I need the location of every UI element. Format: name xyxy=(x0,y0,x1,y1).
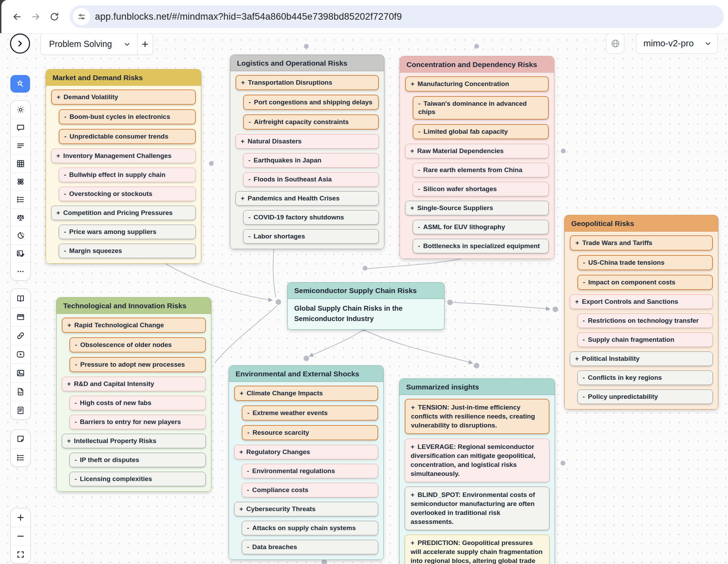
collapse-icon[interactable]: - xyxy=(248,214,250,221)
expand-icon[interactable]: + xyxy=(411,443,414,450)
collapse-icon[interactable]: - xyxy=(418,128,420,135)
mindmap-item[interactable]: +Natural Disasters xyxy=(236,134,379,149)
expand-icon[interactable]: + xyxy=(239,505,243,513)
collapse-icon[interactable]: - xyxy=(247,467,249,474)
expand-icon[interactable]: + xyxy=(411,80,414,87)
mindmap-subitem[interactable]: -Compliance costs xyxy=(242,483,378,497)
clapperboard-icon[interactable] xyxy=(11,308,30,326)
model-select[interactable]: mimo-v2-pro xyxy=(636,33,718,54)
expand-panel-button[interactable] xyxy=(10,34,30,54)
expand-icon[interactable]: + xyxy=(56,209,60,216)
mindmap-subitem[interactable]: -Floods in Southeast Asia xyxy=(243,172,379,187)
mindmap-canvas[interactable]: Problem Solving + mimo-v2-pro PDF Semico… xyxy=(0,33,728,564)
atom-icon[interactable] xyxy=(11,172,30,190)
collapse-icon[interactable]: - xyxy=(75,418,77,425)
mindmap-node-geopolitical[interactable]: Geopolitical Risks +Trade Wars and Tarif… xyxy=(564,215,718,410)
collapse-icon[interactable]: - xyxy=(64,113,66,120)
mindmap-subitem[interactable]: -Pressure to adopt new processes xyxy=(69,357,206,372)
mindmap-node-insights[interactable]: Summarized insights +TENSION: Just-in-ti… xyxy=(399,378,555,564)
collapse-icon[interactable]: - xyxy=(64,171,66,178)
mindmap-subitem[interactable]: -Extreme weather events xyxy=(242,405,378,421)
collapse-icon[interactable]: - xyxy=(249,118,251,125)
collapse-icon[interactable]: - xyxy=(583,317,585,324)
mindmap-subitem[interactable]: -Resource scarcity xyxy=(242,425,378,440)
expand-icon[interactable]: + xyxy=(575,355,579,362)
collapse-icon[interactable]: - xyxy=(418,100,420,107)
ellipsis-icon[interactable] xyxy=(11,262,30,280)
collapse-icon[interactable]: - xyxy=(75,456,77,463)
mindmap-subitem[interactable]: -Policy unpredictability xyxy=(577,389,713,404)
mindmap-item[interactable]: +R&D and Capital Intensity xyxy=(62,377,206,391)
align-lines-icon[interactable] xyxy=(11,137,30,154)
collapse-icon[interactable]: - xyxy=(248,233,250,240)
mindmap-item[interactable]: +PREDICTION: Geopolitical pressures will… xyxy=(405,535,549,564)
mindmap-subitem[interactable]: -Rare earth elements from China xyxy=(413,163,549,177)
collapse-icon[interactable]: - xyxy=(247,543,249,551)
video-play-icon[interactable] xyxy=(11,345,30,364)
mindmap-item[interactable]: +Single-Source Suppliers xyxy=(405,201,549,215)
mindmap-item[interactable]: +Climate Change Impacts xyxy=(234,386,378,401)
mindmap-subitem[interactable]: -Impact on component costs xyxy=(577,275,713,290)
collapse-icon[interactable]: - xyxy=(64,190,66,197)
link-icon[interactable] xyxy=(11,326,30,345)
expand-icon[interactable]: + xyxy=(575,298,579,305)
mindmap-item[interactable]: +Export Controls and Sanctions xyxy=(570,294,713,309)
document-icon[interactable] xyxy=(11,401,30,420)
mindmap-item[interactable]: +Trade Wars and Tariffs xyxy=(570,235,713,251)
mindmap-item[interactable]: +Pandemics and Health Crises xyxy=(236,191,379,206)
expand-icon[interactable]: + xyxy=(411,404,415,411)
mindmap-subitem[interactable]: -Attacks on supply chain systems xyxy=(242,521,378,535)
mindmap-subitem[interactable]: -Silicon wafer shortages xyxy=(413,182,549,196)
mindmap-item[interactable]: +Demand Volatility xyxy=(51,90,196,105)
mindmap-subitem[interactable]: -COVID-19 factory shutdowns xyxy=(243,210,379,225)
mindmap-node-technological[interactable]: Technological and Innovation Risks +Rapi… xyxy=(56,297,211,492)
language-button[interactable] xyxy=(606,33,624,54)
collapse-icon[interactable]: - xyxy=(418,223,420,231)
collapse-icon[interactable]: - xyxy=(75,341,77,348)
mindmap-subitem[interactable]: -Limited global fab capacity xyxy=(413,124,549,139)
scale-icon[interactable] xyxy=(11,208,30,226)
mindmap-subitem[interactable]: -Boom-bust cycles in electronics xyxy=(59,109,196,124)
expand-icon[interactable]: + xyxy=(411,491,414,498)
collapse-icon[interactable]: - xyxy=(75,475,77,482)
sticky-note-icon[interactable] xyxy=(11,430,30,448)
collapse-icon[interactable]: - xyxy=(583,393,585,400)
mindmap-node-market[interactable]: Market and Demand Risks +Demand Volatili… xyxy=(46,69,201,264)
mindmap-subitem[interactable]: -IP theft or disputes xyxy=(69,453,206,467)
pdf-file-icon[interactable]: PDF xyxy=(11,382,30,401)
mindmap-subitem[interactable]: -Barriers to entry for new players xyxy=(69,415,206,429)
moon-stars-icon[interactable] xyxy=(11,226,30,244)
expand-icon[interactable]: + xyxy=(410,147,414,154)
refresh-icon[interactable] xyxy=(48,11,60,22)
collapse-icon[interactable]: - xyxy=(583,336,585,343)
mindmap-subitem[interactable]: -Taiwan's dominance in advanced chips xyxy=(413,96,549,120)
collapse-icon[interactable]: - xyxy=(249,98,251,106)
collapse-icon[interactable]: - xyxy=(418,166,420,173)
collapse-icon[interactable]: - xyxy=(583,259,585,266)
expand-icon[interactable]: + xyxy=(240,389,243,397)
expand-icon[interactable]: + xyxy=(56,152,60,159)
mindmap-item[interactable]: +Cybersecurity Threats xyxy=(234,502,378,516)
mindmap-item[interactable]: +BLIND_SPOT: Environmental costs of semi… xyxy=(405,487,549,530)
collapse-icon[interactable]: - xyxy=(583,279,585,286)
mindmap-item[interactable]: +Rapid Technological Change xyxy=(62,318,206,333)
board-select[interactable]: Problem Solving xyxy=(41,34,137,55)
grid-icon[interactable] xyxy=(11,154,30,172)
mindmap-subitem[interactable]: -Conflicts in key regions xyxy=(577,370,713,385)
sun-icon[interactable] xyxy=(11,101,30,119)
mindmap-subitem[interactable]: -Airfreight capacity constraints xyxy=(243,114,379,130)
collapse-icon[interactable]: - xyxy=(418,185,420,192)
mindmap-node-concentration[interactable]: Concentration and Dependency Risks +Manu… xyxy=(400,56,554,259)
mindmap-subitem[interactable]: -Unpredictable consumer trends xyxy=(59,129,196,144)
mindmap-subitem[interactable]: -Earthquakes in Japan xyxy=(243,153,379,168)
expand-icon[interactable]: + xyxy=(67,437,71,444)
collapse-icon[interactable]: - xyxy=(64,133,66,140)
checklist-icon[interactable] xyxy=(11,448,30,467)
mindmap-item[interactable]: +TENSION: Just-in-time efficiency confli… xyxy=(405,399,549,434)
collapse-icon[interactable]: - xyxy=(583,374,585,381)
mindmap-item[interactable]: +Intellectual Property Risks xyxy=(62,434,206,448)
collapse-icon[interactable]: - xyxy=(247,486,249,494)
forward-icon[interactable] xyxy=(30,11,41,22)
collapse-icon[interactable]: - xyxy=(247,429,249,436)
collapse-icon[interactable]: - xyxy=(247,524,249,532)
